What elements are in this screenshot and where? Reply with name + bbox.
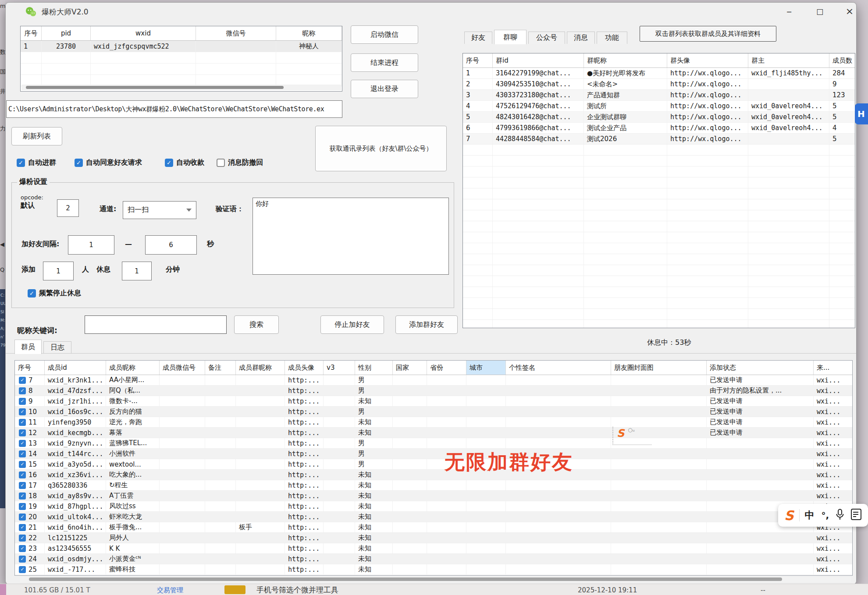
row-checkbox[interactable]: ✓ (19, 482, 26, 489)
channel-select[interactable]: 扫一扫 (123, 201, 196, 219)
interval-to-input[interactable]: 6 (145, 235, 197, 255)
table-row[interactable]: ✓25wxid_-717...蜜蜂科技http:...未知wxi... (15, 564, 852, 575)
row-checkbox[interactable]: ✓ (19, 471, 26, 478)
tool-window-title[interactable]: 手机号筛选个微并理工具 (256, 585, 338, 595)
table-row[interactable]: ✓19wxid_87hgpl...风吹过sshttp:...未知wxi... (15, 501, 852, 512)
column-header[interactable]: 成员昵称 (106, 361, 160, 375)
column-header[interactable]: v3 (324, 361, 355, 375)
ime-toolbar[interactable]: S 中 °, (778, 504, 868, 527)
column-header[interactable]: 国家 (393, 361, 427, 375)
table-row[interactable]: ✓10wxid_16os9c...反方向的猫http:...男已发送申请wxi.… (15, 407, 852, 417)
row-checkbox[interactable]: ✓ (19, 535, 26, 542)
fetch-contacts-button[interactable]: 获取通讯录列表（好友\群\公众号） (315, 126, 447, 171)
refresh-list-button[interactable]: 刷新列表 (11, 127, 62, 145)
column-header[interactable]: 群主 (748, 53, 829, 67)
auto-option-3[interactable]: ✓自动收款 (165, 158, 204, 167)
group-table[interactable]: 序号群id群昵称群头像群主成员数131642279199@chat...●美好时… (462, 53, 855, 328)
interval-from-input[interactable]: 1 (68, 235, 114, 255)
keyword-input[interactable] (85, 315, 227, 334)
row-checkbox[interactable]: ✓ (19, 461, 26, 468)
table-row[interactable]: ✓20wxid_ultok4...虾米吃大龙http:...未知wxi... (15, 512, 852, 522)
right-tab-3[interactable]: 公众号 (528, 32, 565, 44)
row-checkbox[interactable]: ✓ (19, 408, 26, 415)
maximize-button[interactable]: ☐ (811, 4, 828, 19)
ime-punct-toggle[interactable]: °, (822, 510, 829, 521)
search-button[interactable]: 搜索 (234, 315, 279, 334)
table-row[interactable]: ✓21wxid_6no4ih...板手微兔...板手http:...未知wxi.… (15, 522, 852, 533)
row-checkbox[interactable]: ✓ (19, 450, 26, 457)
opcode-input[interactable]: 2 (57, 199, 79, 217)
table-row[interactable]: ✓8wxid_47dzsf...阿Q（私...http:...男由于对方的隐私设… (15, 386, 852, 396)
row-checkbox[interactable]: ✓ (19, 492, 26, 499)
trade-manage-link[interactable]: 交易管理 (157, 586, 183, 595)
table-row[interactable]: 123780wxid_jzfgcspqvmc522神秘人 (21, 41, 342, 52)
row-checkbox[interactable]: ✓ (19, 524, 26, 531)
row-checkbox[interactable]: ✓ (19, 377, 26, 384)
member-table-hscrollbar[interactable] (20, 577, 851, 582)
row-checkbox[interactable]: ✓ (19, 440, 26, 447)
checkbox-unchecked-icon[interactable] (217, 159, 225, 167)
row-checkbox[interactable]: ✓ (19, 545, 26, 552)
table-row[interactable]: ✓16wxid_xz36vi...吃大象的...http:...未知wxi... (15, 470, 852, 480)
column-header[interactable]: 序号 (463, 53, 493, 67)
add-count-input[interactable]: 1 (43, 262, 74, 280)
checkbox-checked-icon[interactable]: ✓ (165, 159, 173, 167)
yellow-app-icon[interactable] (224, 585, 245, 594)
table-row[interactable]: ✓18wxid_ay8s9v...A丁伍雲http:...未知wxi... (15, 491, 852, 501)
column-header[interactable]: 成员数 (829, 53, 855, 67)
table-row[interactable]: ✓13wxid_9znyvn...蓝狒狒TEL...http:...男wxi..… (15, 438, 852, 449)
table-row[interactable]: ✓22lc12151225局外人http:...未知wxi... (15, 533, 852, 543)
process-table[interactable]: 序号pidwxid微信号昵称123780wxid_jzfgcspqvmc522神… (20, 26, 342, 92)
column-header[interactable]: 成员头像 (285, 361, 324, 375)
checkbox-checked-icon[interactable]: ✓ (17, 159, 25, 167)
checkbox-checked-icon[interactable]: ✓ (75, 159, 83, 167)
column-header[interactable]: 性别 (355, 361, 393, 375)
side-widget-icon[interactable]: H (855, 103, 868, 124)
row-checkbox[interactable]: ✓ (19, 419, 26, 426)
column-header[interactable]: 成员微信号 (160, 361, 205, 375)
column-header[interactable]: 群id (493, 53, 584, 67)
sogou-logo-icon[interactable]: S (784, 508, 794, 523)
column-header[interactable]: 群昵称 (584, 53, 667, 67)
table-row[interactable]: 131642279199@chat...●美好时光即将发布http://wx.q… (463, 68, 855, 79)
sogou-icon[interactable]: S (617, 427, 624, 440)
table-row[interactable]: ✓14wxid_t144rc...小洲软件http:...男wxi... (15, 449, 852, 459)
wechat-path-field[interactable]: C:\Users\Administrator\Desktop\大神wx群爆粉2.… (6, 100, 342, 118)
ime-skin-icon[interactable]: ○ᵤ (628, 427, 634, 433)
table-row[interactable]: ✓23as123456555K Khttp:...未知wxi... (15, 543, 852, 554)
row-checkbox[interactable]: ✓ (19, 514, 26, 521)
column-header[interactable]: 省份 (427, 361, 466, 375)
column-header[interactable]: 备注 (205, 361, 236, 375)
right-tab-2[interactable]: 群聊 (494, 30, 526, 44)
column-header[interactable]: 来... (814, 361, 853, 375)
logout-button[interactable]: 退出登录 (351, 80, 418, 98)
table-row[interactable]: ✓9wxid_jzr1hi...微数卡-...http:...未知已发送申请wx… (15, 396, 852, 407)
table-row[interactable]: ✓11yinfeng3950逆光，奔跑http:...未知已发送申请wxi... (15, 417, 852, 428)
verify-textarea[interactable]: 你好 (253, 198, 449, 275)
column-header[interactable]: 成员id (45, 361, 106, 375)
column-header[interactable]: 微信号 (196, 26, 276, 40)
fetch-members-hint-button[interactable]: 双击群列表获取群成员及其详细资料 (640, 26, 776, 42)
column-header[interactable]: 序号 (21, 26, 42, 40)
bottom-tab-2[interactable]: 日志 (43, 341, 71, 354)
checkbox-checked-icon[interactable]: ✓ (28, 289, 36, 298)
close-button[interactable]: × (841, 4, 857, 18)
stop-add-friend-button[interactable]: 停止加好友 (320, 315, 384, 334)
row-checkbox[interactable]: ✓ (19, 429, 26, 436)
column-header[interactable]: 成员群昵称 (236, 361, 285, 375)
row-checkbox[interactable]: ✓ (19, 503, 26, 510)
right-tab-5[interactable]: 功能 (597, 32, 627, 44)
row-checkbox[interactable]: ✓ (19, 387, 26, 394)
column-header[interactable]: 序号 (15, 361, 45, 375)
start-wechat-button[interactable]: 启动微信 (351, 25, 418, 44)
ime-mini-indicator[interactable]: S ○ᵤ (612, 427, 652, 445)
frequent-stop-option[interactable]: ✓ 频繁停止休息 (28, 289, 81, 298)
microphone-icon[interactable] (835, 509, 845, 522)
row-checkbox[interactable]: ✓ (19, 398, 26, 405)
rest-count-input[interactable]: 1 (122, 262, 152, 280)
table-row[interactable]: 243094253510@chat...<未命名>http://wx.qlogo… (463, 79, 855, 90)
column-header[interactable]: 个性签名 (506, 361, 611, 375)
column-header[interactable]: 群头像 (667, 53, 748, 67)
table-row[interactable]: 744288448584@chat...测试2026http://wx.qlog… (463, 134, 855, 145)
auto-option-2[interactable]: ✓自动同意好友请求 (75, 158, 142, 167)
